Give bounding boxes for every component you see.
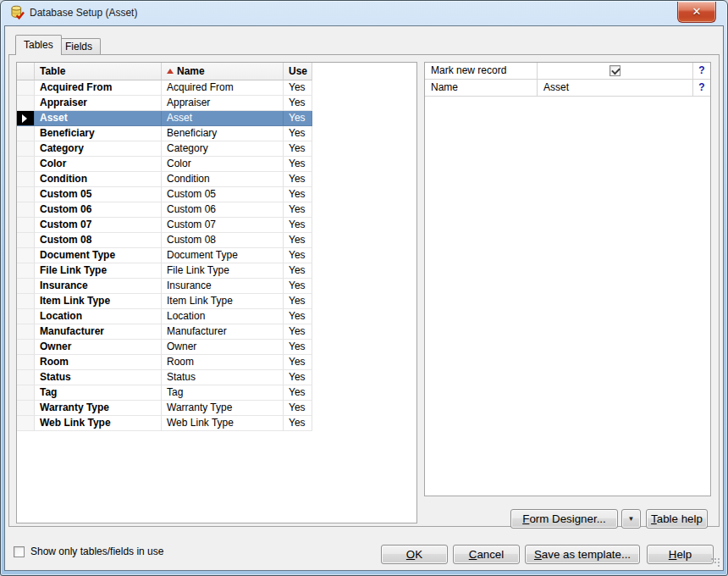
row-selector-cell (17, 370, 35, 385)
table-row[interactable]: Document Type Document Type Yes (17, 248, 312, 263)
table-row[interactable]: Warranty Type Warranty Type Yes (17, 401, 312, 416)
cell-name: Condition (162, 172, 284, 187)
table-row[interactable]: Owner Owner Yes (17, 340, 312, 355)
cell-table: Location (35, 309, 162, 324)
table-row[interactable]: Acquired From Acquired From Yes (17, 80, 312, 96)
cell-table: Custom 07 (35, 218, 162, 233)
ok-button[interactable]: OK (381, 545, 448, 564)
cell-use: Yes (284, 401, 312, 416)
show-only-in-use-checkbox[interactable] (14, 546, 25, 557)
cell-name: Location (162, 309, 284, 324)
cell-use: Yes (284, 248, 312, 263)
close-icon: ✕ (692, 5, 702, 18)
table-body: Acquired From Acquired From Yes Appraise… (17, 80, 312, 431)
save-as-template-button[interactable]: Save as template... (525, 545, 640, 564)
row-selector-cell (17, 80, 35, 96)
row-selector-header (17, 63, 35, 80)
cell-table: Item Link Type (35, 294, 162, 309)
cell-name: Appraiser (162, 96, 284, 111)
row-selector-cell (17, 157, 35, 172)
cell-name: Manufacturer (162, 324, 284, 340)
table-row[interactable]: Item Link Type Item Link Type Yes (17, 294, 312, 309)
cell-name: Room (162, 355, 284, 370)
cell-name: Custom 07 (162, 218, 284, 233)
cell-table: Manufacturer (35, 324, 162, 340)
cell-use: Yes (284, 172, 312, 187)
row-selector-cell (17, 111, 35, 126)
row-selector-cell (17, 324, 35, 340)
resize-grip[interactable] (709, 557, 720, 567)
cell-name: Asset (162, 111, 284, 126)
table-help-button[interactable]: Table help (646, 509, 708, 529)
table-row[interactable]: Manufacturer Manufacturer Yes (17, 324, 312, 340)
help-question-mark[interactable]: ? (693, 63, 710, 80)
cell-table: Warranty Type (35, 401, 162, 416)
tab-fields[interactable]: Fields (57, 38, 101, 55)
cancel-button[interactable]: Cancel (453, 545, 520, 564)
cell-table: Beneficiary (35, 126, 162, 141)
table-row[interactable]: Room Room Yes (17, 355, 312, 370)
form-designer-dropdown-button[interactable]: ▼ (621, 509, 641, 529)
cell-table: Custom 06 (35, 202, 162, 218)
cell-table: Color (35, 157, 162, 172)
cell-name: Status (162, 370, 284, 385)
row-selector-cell (17, 96, 35, 111)
row-selector-cell (17, 279, 35, 294)
row-selector-cell (17, 187, 35, 202)
cell-use: Yes (284, 111, 312, 126)
cell-name: Tag (162, 385, 284, 401)
cell-use: Yes (284, 324, 312, 340)
cell-use: Yes (284, 309, 312, 324)
table-row[interactable]: Beneficiary Beneficiary Yes (17, 126, 312, 141)
table-row[interactable]: Custom 06 Custom 06 Yes (17, 202, 312, 218)
cell-use: Yes (284, 218, 312, 233)
tables-list-panel: Table Name Use Acquired From Acquired Fr… (16, 62, 417, 523)
table-row[interactable]: Status Status Yes (17, 370, 312, 385)
cell-table: Status (35, 370, 162, 385)
tab-tables[interactable]: Tables (15, 35, 62, 55)
table-row[interactable]: Custom 05 Custom 05 Yes (17, 187, 312, 202)
help-question-mark[interactable]: ? (693, 80, 710, 97)
table-row[interactable]: Tag Tag Yes (17, 385, 312, 401)
cell-name: Category (162, 141, 284, 157)
cell-use: Yes (284, 187, 312, 202)
table-row[interactable]: Condition Condition Yes (17, 172, 312, 187)
tables-tab-page: Table Name Use Acquired From Acquired Fr… (8, 54, 720, 527)
titlebar[interactable]: Database Setup (Asset) ✕ (1, 1, 727, 25)
table-row[interactable]: Location Location Yes (17, 309, 312, 324)
cell-use: Yes (284, 96, 312, 111)
cell-name: Item Link Type (162, 294, 284, 309)
cell-name: Warranty Type (162, 401, 284, 416)
cell-table: Asset (35, 111, 162, 126)
cell-use: Yes (284, 202, 312, 218)
column-header-use[interactable]: Use (284, 63, 312, 80)
table-row[interactable]: Category Category Yes (17, 141, 312, 157)
sort-ascending-icon (167, 69, 174, 74)
property-label: Name (425, 80, 538, 97)
column-header-name[interactable]: Name (162, 63, 284, 80)
help-button[interactable]: Help (647, 545, 714, 564)
name-field-value[interactable]: Asset (538, 80, 693, 97)
table-row[interactable]: Web Link Type Web Link Type Yes (17, 416, 312, 431)
table-row[interactable]: Color Color Yes (17, 157, 312, 172)
form-designer-button[interactable]: Form Designer... (510, 509, 618, 529)
cell-name: Custom 06 (162, 202, 284, 218)
table-row[interactable]: Asset Asset Yes (17, 111, 312, 126)
table-row[interactable]: Custom 07 Custom 07 Yes (17, 218, 312, 233)
close-button[interactable]: ✕ (677, 2, 716, 23)
cell-name: File Link Type (162, 263, 284, 279)
cell-use: Yes (284, 370, 312, 385)
table-row[interactable]: Insurance Insurance Yes (17, 279, 312, 294)
cell-use: Yes (284, 416, 312, 431)
cell-table: Custom 05 (35, 187, 162, 202)
row-selector-cell (17, 233, 35, 248)
column-header-table[interactable]: Table (35, 63, 162, 80)
cell-table: Web Link Type (35, 416, 162, 431)
row-selector-cell (17, 218, 35, 233)
table-row[interactable]: Appraiser Appraiser Yes (17, 96, 312, 111)
mark-new-record-checkbox[interactable] (609, 65, 620, 76)
table-row[interactable]: File Link Type File Link Type Yes (17, 263, 312, 279)
cell-use: Yes (284, 263, 312, 279)
table-row[interactable]: Custom 08 Custom 08 Yes (17, 233, 312, 248)
database-setup-dialog: Database Setup (Asset) ✕ Tables Fields T… (0, 0, 728, 576)
